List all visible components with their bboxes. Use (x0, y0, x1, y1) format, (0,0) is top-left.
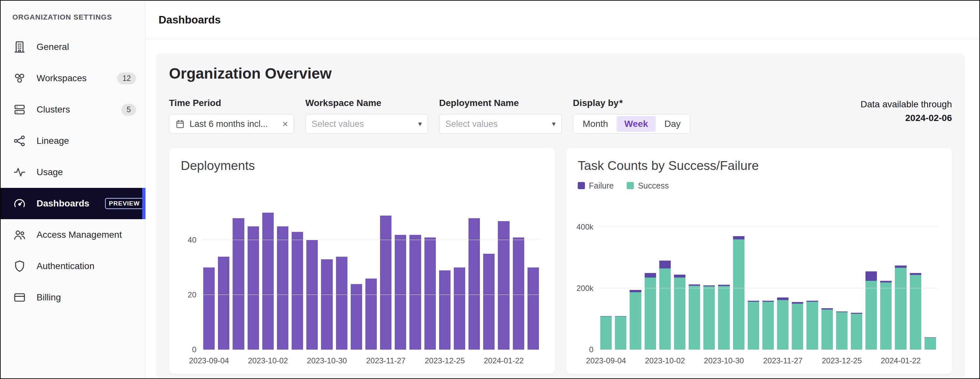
bar-column[interactable] (423, 196, 438, 350)
clear-icon[interactable]: × (282, 119, 288, 129)
bar-column[interactable] (643, 196, 658, 350)
bar-column[interactable] (599, 196, 613, 350)
bar-column[interactable] (716, 196, 731, 350)
workspace-filter: Workspace Name Select values ▾ (305, 98, 428, 134)
bar-column[interactable] (393, 196, 408, 350)
bar-column[interactable] (408, 196, 422, 350)
bar-column[interactable] (864, 196, 878, 350)
sidebar: ORGANIZATION SETTINGS General Workspaces… (1, 1, 145, 378)
bar-column[interactable] (364, 196, 379, 350)
time-period-input[interactable]: Last 6 months incl... × (169, 114, 294, 134)
bar-column[interactable] (349, 196, 364, 350)
bar-column[interactable] (878, 196, 893, 350)
sidebar-nav: General Workspaces 12 Clusters 5 (1, 31, 145, 313)
sidebar-item-dashboards[interactable]: Dashboards PREVIEW (1, 188, 145, 219)
workspace-name-label: Workspace Name (305, 98, 428, 108)
workspaces-count-badge: 12 (117, 72, 136, 84)
deployment-select-placeholder: Select values (445, 119, 547, 129)
bar-column[interactable] (761, 196, 775, 350)
bar-column[interactable] (467, 196, 482, 350)
bar-column[interactable] (275, 196, 290, 350)
bar-column[interactable] (672, 196, 687, 350)
bar-segment (336, 257, 347, 350)
bar-column[interactable] (290, 196, 305, 350)
credit-card-icon (13, 290, 27, 305)
bar-column[interactable] (482, 196, 496, 350)
x-tick-label: 2023-10-30 (704, 356, 744, 365)
bar-column[interactable] (202, 196, 216, 350)
bar-segment (292, 232, 303, 350)
bar-column[interactable] (775, 196, 790, 350)
bar-segment (468, 218, 480, 350)
bar-column[interactable] (496, 196, 511, 350)
bar-column[interactable] (908, 196, 923, 350)
gridline (599, 288, 938, 288)
bar-column[interactable] (379, 196, 393, 350)
legend-item-success[interactable]: Success (627, 181, 668, 191)
workspace-select[interactable]: Select values ▾ (305, 114, 428, 134)
bar-column[interactable] (438, 196, 452, 350)
clusters-count-badge: 5 (121, 104, 136, 116)
bar-column[interactable] (231, 196, 246, 350)
deployment-select[interactable]: Select values ▾ (439, 114, 562, 134)
deployment-filter: Deployment Name Select values ▾ (439, 98, 562, 134)
sidebar-item-clusters[interactable]: Clusters 5 (1, 94, 145, 125)
bar-segment-success (792, 304, 803, 350)
sidebar-item-access-management[interactable]: Access Management (1, 219, 145, 250)
bar-column[interactable] (849, 196, 864, 350)
bar-segment (277, 226, 288, 350)
bar-column[interactable] (305, 196, 320, 350)
y-tick-label: 20 (188, 290, 196, 299)
sidebar-item-authentication[interactable]: Authentication (1, 250, 145, 282)
bar-segment (513, 237, 524, 350)
bar-segment-success (718, 286, 729, 350)
bar-column[interactable] (452, 196, 467, 350)
bar-column[interactable] (732, 196, 746, 350)
bar-column[interactable] (613, 196, 628, 350)
bar-segment (528, 268, 539, 350)
bar-column[interactable] (687, 196, 702, 350)
task-counts-chart-card: Task Counts by Success/Failure FailureSu… (566, 148, 952, 374)
bar-column[interactable] (820, 196, 835, 350)
bar-column[interactable] (923, 196, 938, 350)
bar-column[interactable] (835, 196, 849, 350)
bar-column[interactable] (746, 196, 761, 350)
sidebar-item-label: Usage (37, 167, 63, 177)
x-tick-label: 2023-12-25 (425, 356, 465, 365)
legend-item-failure[interactable]: Failure (578, 181, 614, 191)
bar-segment-failure (674, 275, 686, 277)
bar-column[interactable] (702, 196, 716, 350)
bar-column[interactable] (320, 196, 334, 350)
page-header: Dashboards (145, 1, 979, 39)
bar-column[interactable] (261, 196, 275, 350)
bar-column[interactable] (628, 196, 643, 350)
sidebar-item-billing[interactable]: Billing (1, 282, 145, 313)
bar-segment (218, 257, 229, 350)
sidebar-item-workspaces[interactable]: Workspaces 12 (1, 63, 145, 94)
bar-segment-success (762, 302, 774, 350)
building-icon (13, 40, 27, 54)
bar-column[interactable] (658, 196, 672, 350)
bar-column[interactable] (511, 196, 526, 350)
bar-segment-success (924, 338, 936, 350)
sidebar-item-lineage[interactable]: Lineage (1, 125, 145, 156)
sidebar-item-label: General (37, 42, 69, 52)
sidebar-item-general[interactable]: General (1, 31, 145, 63)
bar-column[interactable] (893, 196, 908, 350)
bar-segment (409, 235, 421, 350)
bar-column[interactable] (334, 196, 349, 350)
bar-segment (351, 284, 362, 350)
preview-badge: PREVIEW (105, 198, 144, 209)
bar-column[interactable] (790, 196, 805, 350)
bar-column[interactable] (526, 196, 541, 350)
display-by-week-button[interactable]: Week (617, 116, 656, 132)
bar-segment-success (880, 282, 892, 350)
bar-segment-success (821, 309, 833, 350)
bar-column[interactable] (246, 196, 261, 350)
sidebar-item-usage[interactable]: Usage (1, 156, 145, 188)
task-counts-chart: 0200k400k 2023-09-042023-10-022023-10-30… (578, 196, 938, 366)
bar-column[interactable] (805, 196, 819, 350)
bar-column[interactable] (216, 196, 231, 350)
display-by-month-button[interactable]: Month (575, 116, 616, 132)
display-by-day-button[interactable]: Day (656, 116, 688, 132)
